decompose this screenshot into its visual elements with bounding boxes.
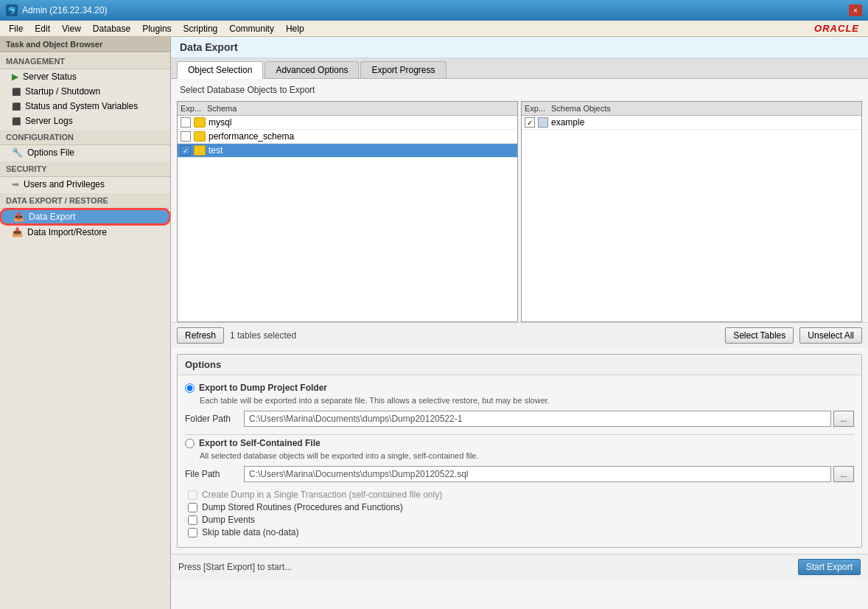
- create-dump-label: Create Dump in a Single Transaction (sel…: [202, 490, 442, 500]
- tab-object-selection[interactable]: Object Selection: [177, 61, 263, 79]
- sidebar-item-server-logs[interactable]: ⬛ Server Logs: [0, 114, 170, 128]
- export-self-label[interactable]: Export to Self-Contained File: [199, 438, 321, 448]
- tables-container: Exp... Schema mysql performance_schema: [177, 101, 862, 322]
- main-layout: Task and Object Browser MANAGEMENT ▶ Ser…: [0, 37, 868, 609]
- sidebar-label-users: Users and Privileges: [24, 179, 105, 189]
- title-bar: 🐬 Admin (216.22.34.20) ×: [0, 0, 868, 21]
- menu-plugins[interactable]: Plugins: [136, 22, 177, 35]
- export-dump-desc: Each table will be exported into a separ…: [200, 396, 854, 405]
- sidebar-label-status-vars: Status and System Variables: [25, 101, 138, 111]
- skip-table-data-checkbox[interactable]: [188, 528, 197, 537]
- folder-path-row: Folder Path ...: [185, 411, 854, 427]
- sidebar-item-startup-shutdown[interactable]: ⬛ Startup / Shutdown: [0, 84, 170, 99]
- create-dump-checkbox[interactable]: [188, 490, 197, 500]
- users-icon: ➡: [12, 179, 19, 189]
- title-bar-text: Admin (216.22.34.20): [22, 5, 849, 15]
- skip-table-data-label: Skip table data (no-data): [202, 527, 298, 537]
- dump-routines-label: Dump Stored Routines (Procedures and Fun…: [202, 502, 403, 512]
- left-col-exp: Exp...: [181, 104, 207, 113]
- footer-text: Press [Start Export] to start...: [178, 562, 292, 572]
- close-button[interactable]: ×: [849, 4, 862, 16]
- options-section: Options Export to Dump Project Folder Ea…: [177, 354, 862, 548]
- section-configuration: CONFIGURATION: [0, 130, 170, 145]
- options-body: Export to Dump Project Folder Each table…: [178, 375, 861, 547]
- db-icon-mysql: [194, 117, 206, 128]
- folder-path-input[interactable]: [244, 411, 831, 427]
- menu-file[interactable]: File: [3, 22, 29, 35]
- sidebar-item-status-variables[interactable]: ⬛ Status and System Variables: [0, 99, 170, 114]
- checkbox-test[interactable]: ✓: [181, 145, 191, 156]
- tables-bottom-bar: Refresh 1 tables selected Select Tables …: [171, 322, 868, 348]
- content-header: Data Export: [171, 37, 868, 58]
- schema-name-perf: performance_schema: [209, 131, 294, 142]
- sidebar-label-data-export: Data Export: [29, 212, 75, 222]
- sidebar-item-data-import[interactable]: 📥 Data Import/Restore: [0, 225, 170, 240]
- sidebar-item-users-privileges[interactable]: ➡ Users and Privileges: [0, 177, 170, 192]
- export-dump-radio-row: Export to Dump Project Folder: [185, 383, 854, 393]
- menu-help[interactable]: Help: [280, 22, 310, 35]
- start-export-button[interactable]: Start Export: [798, 559, 861, 575]
- export-dump-label[interactable]: Export to Dump Project Folder: [199, 383, 327, 393]
- server-status-icon: ▶: [12, 72, 18, 82]
- checkbox-example[interactable]: ✓: [525, 117, 535, 128]
- export-self-desc: All selected database objects will be ex…: [200, 451, 854, 460]
- menu-community[interactable]: Community: [223, 22, 280, 35]
- unselect-all-button[interactable]: Unselect All: [799, 327, 862, 344]
- file-browse-button[interactable]: ...: [833, 466, 854, 482]
- section-title: Select Database Objects to Export: [171, 79, 868, 101]
- dump-events-label: Dump Events: [202, 515, 255, 525]
- checkbox-dump-routines-row: Dump Stored Routines (Procedures and Fun…: [188, 502, 854, 512]
- dump-events-checkbox[interactable]: [188, 515, 197, 525]
- options-header: Options: [178, 355, 861, 375]
- startup-icon: ⬛: [12, 88, 21, 96]
- right-col-schema-objects: Schema Objects: [551, 104, 858, 113]
- folder-browse-button[interactable]: ...: [833, 411, 854, 427]
- sidebar-item-options-file[interactable]: 🔧 Options File: [0, 145, 170, 160]
- sidebar-item-data-export[interactable]: 📤 Data Export: [0, 209, 170, 225]
- tab-advanced-options[interactable]: Advanced Options: [265, 61, 359, 78]
- table-row[interactable]: mysql: [178, 116, 517, 130]
- content-area: Data Export Object Selection Advanced Op…: [171, 37, 868, 609]
- folder-path-label: Folder Path: [185, 414, 244, 424]
- select-tables-button[interactable]: Select Tables: [725, 327, 794, 344]
- tabs-bar: Object Selection Advanced Options Export…: [171, 58, 868, 79]
- db-icon-perf: [194, 131, 206, 142]
- table-row[interactable]: ✓ example: [522, 116, 861, 130]
- export-self-radio-row: Export to Self-Contained File: [185, 438, 854, 448]
- sidebar-item-server-status[interactable]: ▶ Server Status: [0, 69, 170, 84]
- sidebar: Task and Object Browser MANAGEMENT ▶ Ser…: [0, 37, 171, 609]
- table-row[interactable]: performance_schema: [178, 130, 517, 144]
- checkbox-mysql[interactable]: [181, 117, 191, 128]
- data-import-icon: 📥: [12, 227, 23, 237]
- options-file-icon: 🔧: [12, 147, 23, 158]
- section-management: MANAGEMENT: [0, 54, 170, 69]
- menu-scripting[interactable]: Scripting: [178, 22, 224, 35]
- options-divider: [185, 434, 854, 435]
- server-logs-icon: ⬛: [12, 117, 21, 125]
- export-dump-radio[interactable]: [185, 383, 195, 393]
- right-table-panel: Exp... Schema Objects ✓ example: [521, 101, 862, 322]
- menu-bar: File Edit View Database Plugins Scriptin…: [0, 21, 868, 37]
- checkbox-dump-events-row: Dump Events: [188, 515, 854, 525]
- export-self-radio[interactable]: [185, 439, 195, 448]
- oracle-logo: ORACLE: [814, 23, 865, 34]
- left-table-header: Exp... Schema: [178, 102, 517, 116]
- file-path-input[interactable]: [244, 466, 831, 482]
- table-row[interactable]: ✓ test: [178, 144, 517, 158]
- refresh-button[interactable]: Refresh: [177, 327, 224, 344]
- section-security: SECURITY: [0, 161, 170, 177]
- data-export-icon: 📤: [13, 212, 24, 222]
- schema-name-mysql: mysql: [209, 117, 231, 128]
- tab-export-progress[interactable]: Export Progress: [360, 61, 446, 78]
- checkbox-perf-schema[interactable]: [181, 131, 191, 142]
- dump-routines-checkbox[interactable]: [188, 503, 197, 512]
- table-icon-example: [538, 117, 548, 128]
- checkbox-skip-table-data-row: Skip table data (no-data): [188, 527, 854, 537]
- section-data-export: DATA EXPORT / RESTORE: [0, 193, 170, 209]
- menu-view[interactable]: View: [56, 22, 87, 35]
- menu-edit[interactable]: Edit: [29, 22, 56, 35]
- app-icon: 🐬: [6, 4, 18, 16]
- menu-database[interactable]: Database: [87, 22, 136, 35]
- tables-status-text: 1 tables selected: [230, 330, 719, 341]
- right-table-header: Exp... Schema Objects: [522, 102, 861, 116]
